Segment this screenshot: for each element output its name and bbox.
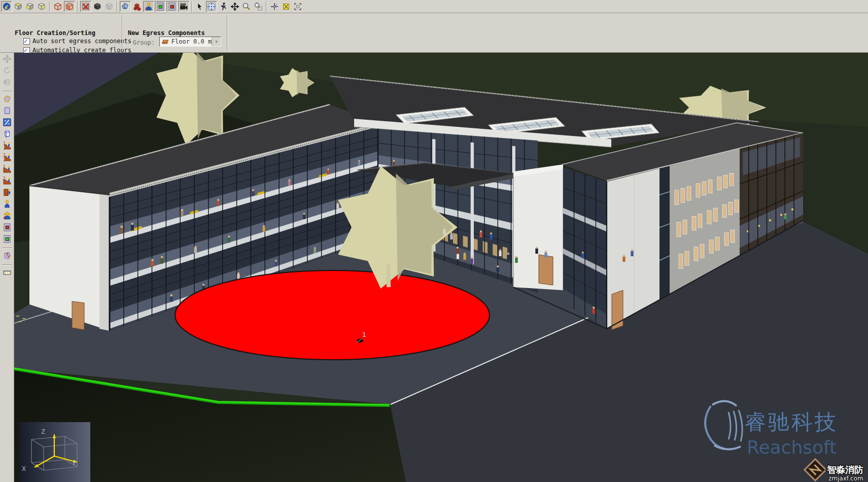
view-side-button[interactable] (36, 1, 47, 12)
add-door-icon (3, 188, 12, 198)
zoom-fit-selected-icon (293, 2, 302, 11)
sidebar-divider (2, 91, 12, 92)
auto-sort-checkbox[interactable] (23, 38, 30, 45)
combo-dropdown-arrow-icon[interactable]: ▼ (212, 37, 221, 46)
ramp-two-point-button[interactable]: 2 (2, 176, 13, 187)
axis-x-label: X (22, 465, 26, 472)
solid-wireframe-mode-button[interactable] (64, 1, 75, 12)
view-front-button[interactable] (24, 1, 36, 12)
tool-sidebar: 1212 (0, 53, 14, 482)
toolbar-group-1 (1, 1, 47, 12)
show-occupants-button[interactable] (143, 1, 154, 12)
wireframe-mode-icon (53, 2, 62, 11)
draw-polygon-room-button[interactable] (2, 94, 13, 105)
add-elevator-button[interactable] (2, 251, 13, 262)
stairs-one-point-button[interactable]: 1 (2, 141, 13, 152)
edit-split-icon (3, 118, 12, 128)
rotate-object-icon (3, 66, 12, 77)
ribbon-separator-2 (227, 15, 228, 51)
zoom-fit-all-icon (282, 2, 291, 11)
ramp-one-point-icon: 1 (3, 164, 12, 175)
axis-y-label: Y (72, 459, 76, 467)
axis-z-label: Z (41, 428, 45, 435)
watermark-brand-cn: 睿驰科技 (745, 409, 838, 434)
door-red-button[interactable] (2, 222, 13, 233)
show-transparent-icon (105, 2, 114, 11)
sidebar-divider (2, 264, 12, 265)
draw-rectangle-room-button[interactable] (2, 106, 13, 117)
view-side-icon (37, 2, 46, 11)
measure-tool-icon (3, 268, 12, 279)
scene-geometry (14, 53, 868, 482)
zoom-tool-button[interactable] (241, 1, 252, 12)
show-materials-icon (121, 2, 130, 11)
scene-canvas[interactable]: 1 Z X Y 睿驰科技 Reachsoft (14, 53, 868, 482)
add-door-button[interactable] (2, 187, 13, 198)
edit-split-button[interactable] (2, 117, 13, 128)
orbit-tool-button[interactable] (206, 1, 217, 12)
rotate-object-button (2, 65, 13, 77)
show-materials-button[interactable] (120, 1, 131, 12)
door-red-icon (3, 223, 12, 233)
floor-creation-title: Floor Creation/Sorting (15, 29, 95, 37)
select-tool-button[interactable] (194, 1, 205, 12)
zoom-fit-all-button[interactable] (281, 1, 292, 12)
hide-objects-button[interactable] (80, 1, 91, 12)
show-object-groups-button[interactable] (131, 1, 143, 12)
toolbar-group-3 (80, 1, 115, 12)
marker-label: 1 (362, 331, 366, 338)
badge-name-cn: 智淼消防 (826, 464, 863, 475)
new-egress-title: New Egress Components (128, 29, 205, 37)
stairs-two-point-icon: 2 (3, 153, 12, 163)
toolbar-group-4 (120, 1, 189, 12)
toolbar-separator (191, 2, 192, 12)
viewport-3d[interactable]: 1 Z X Y 睿驰科技 Reachsoft (14, 53, 868, 482)
reset-camera-button[interactable] (269, 1, 280, 12)
results-camera-icon (179, 2, 188, 11)
show-exit-doors-button[interactable] (155, 1, 166, 12)
group-combobox[interactable]: Floor 0.0 m ▼ (159, 37, 221, 47)
show-object-groups-icon (132, 2, 142, 11)
extrude-button[interactable] (2, 129, 13, 140)
toolbar-group-6 (269, 1, 303, 12)
show-solid-icon (93, 2, 102, 11)
walk-tool-icon (219, 2, 228, 11)
wireframe-mode-button[interactable] (52, 1, 63, 12)
mirror-object-button (2, 77, 13, 88)
door-green-button[interactable] (2, 234, 13, 245)
walk-tool-button[interactable] (218, 1, 229, 12)
add-occupant-button[interactable] (2, 199, 13, 210)
view-top-button[interactable] (13, 1, 24, 12)
select-tool-icon (195, 2, 204, 11)
zoom-tool-icon (242, 2, 251, 11)
add-occupant-icon (3, 199, 12, 210)
stairs-two-point-button[interactable]: 2 (2, 152, 13, 163)
results-camera-button[interactable] (178, 1, 189, 12)
zoom-fit-selected-button[interactable] (292, 1, 303, 12)
toolbar-group-2 (52, 1, 75, 12)
zoom-box-tool-button[interactable] (253, 1, 264, 12)
measure-tool-button[interactable] (2, 267, 13, 279)
ribbon-panel: Floor Creation/Sorting Auto sort egress … (0, 14, 868, 53)
ramp-one-point-button[interactable]: 1 (2, 164, 13, 175)
toolbar-separator (266, 2, 267, 12)
auto-sort-checkbox-row: Auto sort egress components (23, 38, 131, 45)
door-green-icon (3, 234, 12, 245)
group-label: Group: (133, 39, 155, 46)
show-solid-button[interactable] (92, 1, 103, 12)
mirror-object-icon (3, 78, 12, 88)
show-interior-doors-button[interactable] (166, 1, 178, 12)
show-exit-doors-icon (156, 2, 165, 11)
add-occupant-group-button[interactable] (2, 211, 13, 222)
stairs-one-point-icon: 1 (3, 141, 12, 152)
extrude-icon (3, 129, 12, 140)
solid-wireframe-mode-icon (65, 2, 74, 11)
pan-tool-icon (230, 2, 239, 11)
pan-tool-button[interactable] (229, 1, 240, 12)
move-object-button (2, 54, 13, 65)
perspective-view-button[interactable] (1, 1, 12, 12)
application-window: Floor Creation/Sorting Auto sort egress … (0, 0, 868, 482)
view-top-icon (14, 2, 23, 11)
sidebar-divider (2, 248, 12, 249)
orbit-tool-icon (207, 2, 216, 11)
